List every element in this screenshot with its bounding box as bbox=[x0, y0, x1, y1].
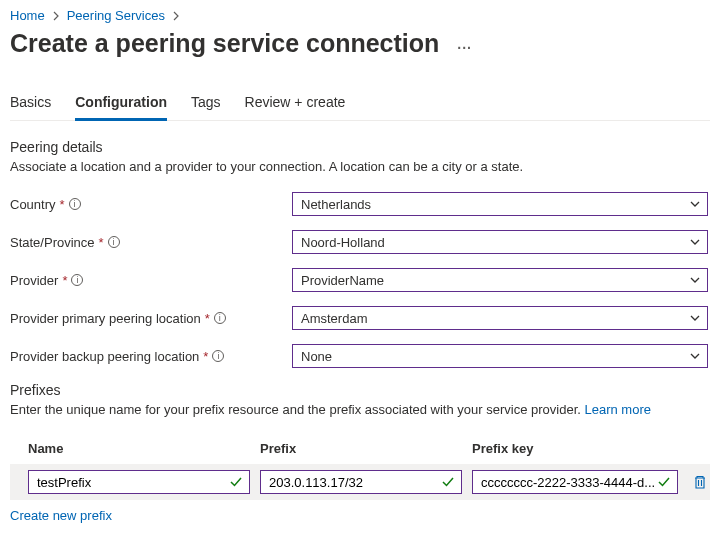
country-label: Country * i bbox=[10, 197, 292, 212]
required-marker: * bbox=[203, 349, 208, 364]
learn-more-link[interactable]: Learn more bbox=[584, 402, 650, 417]
prefix-key-input[interactable] bbox=[481, 475, 657, 490]
check-icon bbox=[441, 475, 455, 489]
chevron-right-icon bbox=[171, 11, 181, 21]
check-icon bbox=[229, 475, 243, 489]
col-prefix: Prefix bbox=[260, 441, 472, 456]
tabs: Basics Configuration Tags Review + creat… bbox=[10, 94, 710, 121]
backup-location-row: Provider backup peering location * i Non… bbox=[10, 344, 710, 368]
tab-basics[interactable]: Basics bbox=[10, 94, 51, 121]
backup-location-select[interactable]: None bbox=[292, 344, 708, 368]
primary-location-select[interactable]: Amsterdam bbox=[292, 306, 708, 330]
prefixes-description-row: Enter the unique name for your prefix re… bbox=[10, 402, 710, 417]
chevron-down-icon bbox=[689, 350, 701, 362]
prefix-input[interactable] bbox=[269, 475, 441, 490]
state-row: State/Province * i Noord-Holland bbox=[10, 230, 710, 254]
info-icon[interactable]: i bbox=[214, 312, 226, 324]
state-label-text: State/Province bbox=[10, 235, 95, 250]
page-title: Create a peering service connection bbox=[10, 29, 439, 58]
country-row: Country * i Netherlands bbox=[10, 192, 710, 216]
state-label: State/Province * i bbox=[10, 235, 292, 250]
prefix-name-input-wrap[interactable] bbox=[28, 470, 250, 494]
country-label-text: Country bbox=[10, 197, 56, 212]
provider-label-text: Provider bbox=[10, 273, 58, 288]
info-icon[interactable]: i bbox=[108, 236, 120, 248]
more-actions-button[interactable]: ··· bbox=[457, 40, 472, 56]
backup-location-label-text: Provider backup peering location bbox=[10, 349, 199, 364]
primary-location-value: Amsterdam bbox=[301, 311, 367, 326]
delete-row-button[interactable] bbox=[684, 474, 716, 490]
backup-location-value: None bbox=[301, 349, 332, 364]
provider-select[interactable]: ProviderName bbox=[292, 268, 708, 292]
prefix-input-wrap[interactable] bbox=[260, 470, 462, 494]
backup-location-label: Provider backup peering location * i bbox=[10, 349, 292, 364]
required-marker: * bbox=[99, 235, 104, 250]
table-header-row: Name Prefix Prefix key bbox=[10, 433, 710, 464]
prefix-key-input-wrap[interactable] bbox=[472, 470, 678, 494]
required-marker: * bbox=[62, 273, 67, 288]
state-select[interactable]: Noord-Holland bbox=[292, 230, 708, 254]
col-prefix-key: Prefix key bbox=[472, 441, 684, 456]
primary-location-row: Provider primary peering location * i Am… bbox=[10, 306, 710, 330]
chevron-down-icon bbox=[689, 198, 701, 210]
tab-configuration[interactable]: Configuration bbox=[75, 94, 167, 121]
table-row bbox=[10, 464, 710, 500]
provider-value: ProviderName bbox=[301, 273, 384, 288]
tab-review-create[interactable]: Review + create bbox=[245, 94, 346, 121]
chevron-down-icon bbox=[689, 236, 701, 248]
info-icon[interactable]: i bbox=[69, 198, 81, 210]
primary-location-label: Provider primary peering location * i bbox=[10, 311, 292, 326]
breadcrumb-peering-services[interactable]: Peering Services bbox=[67, 8, 165, 23]
primary-location-label-text: Provider primary peering location bbox=[10, 311, 201, 326]
page-title-row: Create a peering service connection ··· bbox=[10, 29, 710, 58]
breadcrumb-home[interactable]: Home bbox=[10, 8, 45, 23]
col-name: Name bbox=[28, 441, 260, 456]
chevron-down-icon bbox=[689, 312, 701, 324]
country-select[interactable]: Netherlands bbox=[292, 192, 708, 216]
create-new-prefix-link[interactable]: Create new prefix bbox=[10, 508, 112, 523]
peering-details-description: Associate a location and a provider to y… bbox=[10, 159, 710, 174]
tab-tags[interactable]: Tags bbox=[191, 94, 221, 121]
check-icon bbox=[657, 475, 671, 489]
state-value: Noord-Holland bbox=[301, 235, 385, 250]
prefix-name-input[interactable] bbox=[37, 475, 229, 490]
provider-label: Provider * i bbox=[10, 273, 292, 288]
chevron-right-icon bbox=[51, 11, 61, 21]
peering-details-heading: Peering details bbox=[10, 139, 710, 155]
info-icon[interactable]: i bbox=[212, 350, 224, 362]
required-marker: * bbox=[60, 197, 65, 212]
chevron-down-icon bbox=[689, 274, 701, 286]
required-marker: * bbox=[205, 311, 210, 326]
prefixes-table: Name Prefix Prefix key bbox=[10, 433, 710, 500]
prefixes-description: Enter the unique name for your prefix re… bbox=[10, 402, 584, 417]
info-icon[interactable]: i bbox=[71, 274, 83, 286]
breadcrumb: Home Peering Services bbox=[10, 8, 710, 23]
country-value: Netherlands bbox=[301, 197, 371, 212]
prefixes-heading: Prefixes bbox=[10, 382, 710, 398]
provider-row: Provider * i ProviderName bbox=[10, 268, 710, 292]
